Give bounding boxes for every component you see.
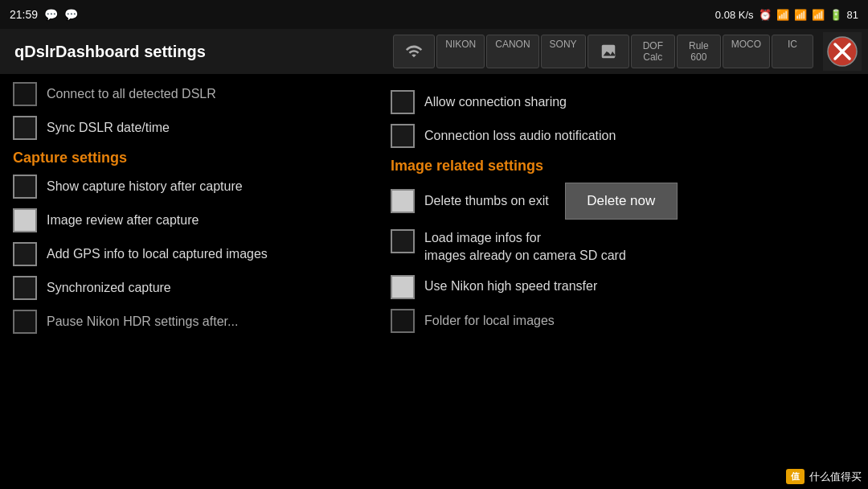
- show-capture-history-row: Show capture history after capture: [13, 175, 365, 199]
- tab-dof[interactable]: DOFCalc: [631, 35, 675, 69]
- watermark-logo: 值: [786, 469, 805, 484]
- nikon-high-speed-checkbox[interactable]: [391, 275, 415, 299]
- show-capture-history-checkbox[interactable]: [13, 175, 37, 199]
- image-review-checkbox[interactable]: [13, 208, 37, 232]
- settings-content: Connect to all detected DSLR Sync DSLR d…: [0, 74, 868, 489]
- add-gps-label: Add GPS info to local captured images: [47, 246, 268, 263]
- right-column: Allow connection sharing Connection loss…: [378, 74, 868, 489]
- close-button[interactable]: [823, 32, 862, 71]
- tab-image[interactable]: [588, 35, 629, 69]
- status-left: 21:59 💬 💬: [10, 8, 78, 21]
- delete-thumbs-row: Delete thumbs on exit Delete now: [391, 183, 855, 220]
- top-nav-bar: qDslrDashboard settings NIKON CANON SONY…: [0, 29, 868, 74]
- delete-thumbs-label: Delete thumbs on exit: [424, 193, 549, 210]
- nikon-high-speed-label: Use Nikon high speed transfer: [424, 278, 597, 295]
- load-image-infos-row: Load image infos forimages already on ca…: [391, 229, 855, 265]
- app-title: qDslrDashboard settings: [6, 43, 214, 61]
- capture-settings-header: Capture settings: [13, 150, 365, 166]
- connection-loss-audio-row: Connection loss audio notification: [391, 124, 855, 148]
- battery-icon: 🔋: [829, 9, 842, 21]
- network-speed: 0.08 K/s: [715, 9, 754, 21]
- folder-local-label: Folder for local images: [424, 314, 555, 328]
- sync-dslr-row: Sync DSLR date/time: [13, 116, 365, 140]
- synchronized-capture-checkbox[interactable]: [13, 276, 37, 300]
- tab-ic[interactable]: IC: [772, 35, 813, 69]
- add-gps-checkbox[interactable]: [13, 242, 37, 266]
- tab-moco[interactable]: MOCO: [723, 35, 770, 69]
- signal-icon: 📶: [794, 9, 807, 21]
- sync-dslr-checkbox[interactable]: [13, 116, 37, 140]
- tab-wifi[interactable]: [393, 35, 435, 69]
- connection-loss-audio-checkbox[interactable]: [391, 124, 415, 148]
- synchronized-capture-label: Synchronized capture: [47, 280, 171, 297]
- image-review-row: Image review after capture: [13, 208, 365, 232]
- nav-tabs: NIKON CANON SONY DOFCalc Rule600 MOCO IC: [217, 35, 862, 69]
- time: 21:59: [10, 8, 38, 21]
- load-image-infos-checkbox[interactable]: [391, 229, 415, 253]
- battery-level: 81: [847, 9, 858, 21]
- connect-all-label: Connect to all detected DSLR: [47, 87, 216, 101]
- tab-canon[interactable]: CANON: [486, 35, 538, 69]
- chat-icon: 💬: [44, 8, 58, 21]
- status-right: 0.08 K/s ⏰ 📶 📶 📶 🔋 81: [715, 9, 858, 21]
- wifi-icon: 📶: [776, 9, 789, 21]
- connect-all-row: Connect to all detected DSLR: [13, 82, 365, 106]
- image-settings-header: Image related settings: [391, 158, 855, 175]
- synchronized-capture-row: Synchronized capture: [13, 276, 365, 300]
- partial-bottom-checkbox[interactable]: [13, 310, 37, 334]
- show-capture-history-label: Show capture history after capture: [47, 179, 243, 195]
- allow-sharing-checkbox[interactable]: [391, 90, 415, 114]
- delete-now-button[interactable]: Delete now: [565, 183, 678, 220]
- folder-local-checkbox[interactable]: [391, 309, 415, 333]
- folder-local-row: Folder for local images: [391, 309, 855, 333]
- nikon-high-speed-row: Use Nikon high speed transfer: [391, 275, 855, 299]
- signal2-icon: 📶: [812, 9, 825, 21]
- tab-nikon[interactable]: NIKON: [436, 35, 485, 69]
- watermark: 值 什么值得买: [786, 469, 862, 484]
- sync-dslr-label: Sync DSLR date/time: [47, 120, 170, 137]
- add-gps-row: Add GPS info to local captured images: [13, 242, 365, 266]
- allow-sharing-row: Allow connection sharing: [391, 90, 855, 114]
- delete-thumbs-checkbox[interactable]: [391, 189, 415, 213]
- partial-bottom-row: Pause Nikon HDR settings after...: [13, 310, 365, 334]
- load-image-infos-label: Load image infos forimages already on ca…: [424, 229, 626, 265]
- wechat-icon: 💬: [64, 8, 78, 21]
- allow-sharing-label: Allow connection sharing: [424, 94, 567, 111]
- partial-bottom-label: Pause Nikon HDR settings after...: [47, 314, 238, 329]
- status-bar: 21:59 💬 💬 0.08 K/s ⏰ 📶 📶 📶 🔋 81: [0, 0, 868, 29]
- connection-loss-audio-label: Connection loss audio notification: [424, 128, 616, 145]
- watermark-text: 什么值得买: [809, 470, 862, 484]
- tab-rule600[interactable]: Rule600: [677, 35, 721, 69]
- image-review-label: Image review after capture: [47, 212, 199, 229]
- tab-sony[interactable]: SONY: [541, 35, 586, 69]
- left-column: Connect to all detected DSLR Sync DSLR d…: [0, 74, 378, 489]
- connect-all-checkbox[interactable]: [13, 82, 37, 106]
- alarm-icon: ⏰: [759, 9, 772, 21]
